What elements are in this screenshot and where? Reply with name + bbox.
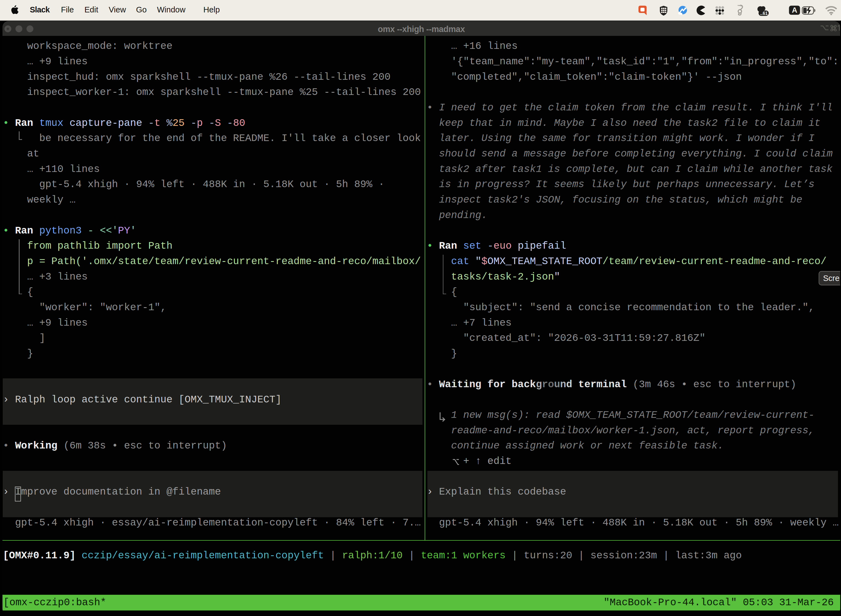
svg-text:A: A xyxy=(792,6,797,14)
svg-text:..61: ..61 xyxy=(760,11,768,16)
